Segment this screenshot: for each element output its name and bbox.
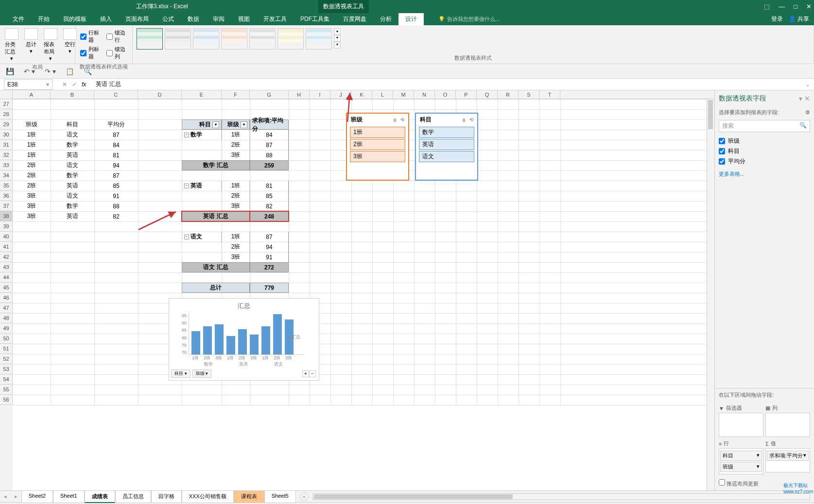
- pivot-chart[interactable]: 汇总 959085807570 ■ 汇总 1班2班3班1班2班3班1班2班3班 …: [169, 298, 319, 381]
- field-search-input[interactable]: 搜索 🔍: [719, 120, 810, 132]
- tab-analyze[interactable]: 分析: [373, 13, 398, 25]
- chart-filter-class[interactable]: 班级 ▾: [192, 370, 212, 378]
- column-header[interactable]: B: [51, 90, 94, 99]
- table-cell[interactable]: 英语: [51, 150, 94, 160]
- pivot-cell[interactable]: 1班: [222, 232, 250, 242]
- pivot-cell[interactable]: 82: [250, 201, 289, 211]
- values-area-item[interactable]: 求和项:平均分▾: [767, 451, 809, 461]
- column-header[interactable]: C: [94, 90, 138, 99]
- sheet-nav-next-icon[interactable]: ▸: [11, 493, 21, 500]
- table-header[interactable]: 平均分: [94, 119, 138, 130]
- sheet-nav-prev-icon[interactable]: ◂: [0, 493, 11, 500]
- row-header[interactable]: 31: [0, 140, 13, 150]
- pivot-subtotal-value[interactable]: 272: [250, 262, 289, 272]
- slicer-item[interactable]: 1班: [350, 127, 405, 138]
- table-cell[interactable]: 1班: [13, 140, 51, 150]
- row-header[interactable]: 44: [0, 272, 13, 283]
- slicer-multi-icon[interactable]: ⫼: [393, 117, 398, 122]
- select-all-corner[interactable]: [0, 90, 13, 99]
- table-cell[interactable]: 语文: [51, 191, 94, 201]
- tell-me-search[interactable]: 💡 告诉我您想要做什么...: [438, 16, 500, 23]
- style-thumb[interactable]: [306, 28, 332, 50]
- scrollbar-thumb[interactable]: [708, 100, 713, 129]
- undo-icon[interactable]: ↶ ▾: [24, 67, 35, 75]
- column-header[interactable]: O: [435, 90, 456, 99]
- table-cell[interactable]: 91: [94, 191, 138, 201]
- tab-page-layout[interactable]: 页面布局: [119, 13, 156, 25]
- pivot-cell[interactable]: 85: [250, 191, 289, 201]
- pivot-subject[interactable]: −语文: [182, 232, 222, 242]
- tab-insert[interactable]: 插入: [93, 13, 119, 25]
- sheet-tab[interactable]: 田字格: [151, 490, 182, 503]
- column-header[interactable]: T: [539, 90, 560, 99]
- pivot-cell[interactable]: 3班: [222, 150, 250, 160]
- column-header[interactable]: A: [13, 90, 51, 99]
- row-header[interactable]: 37: [0, 201, 13, 211]
- slicer-item[interactable]: 3班: [350, 151, 405, 162]
- defer-layout-checkbox[interactable]: 推迟布局更新: [719, 479, 759, 487]
- banded-cols-checkbox[interactable]: 镶边列: [106, 46, 128, 60]
- row-header[interactable]: 33: [0, 160, 13, 170]
- pivot-cell[interactable]: 2班: [222, 191, 250, 201]
- table-cell[interactable]: 85: [94, 181, 138, 191]
- tab-formulas[interactable]: 公式: [156, 13, 181, 25]
- ribbon-options-icon[interactable]: ⬚: [764, 3, 770, 10]
- tab-pdf-tools[interactable]: PDF工具集: [294, 13, 336, 25]
- sheet-tab[interactable]: Sheet2: [21, 490, 53, 503]
- tab-data[interactable]: 数据: [181, 13, 206, 25]
- row-header[interactable]: 49: [0, 323, 13, 334]
- row-header[interactable]: 48: [0, 313, 13, 323]
- row-header[interactable]: 46: [0, 293, 13, 303]
- row-header[interactable]: 55: [0, 385, 13, 395]
- pivot-cell[interactable]: 81: [250, 181, 289, 191]
- pivot-subtotal[interactable]: 语文 汇总: [182, 262, 250, 272]
- tab-templates[interactable]: 我的模板: [56, 13, 93, 25]
- table-cell[interactable]: 1班: [13, 130, 51, 140]
- pivot-subtotal[interactable]: 数学 汇总: [182, 160, 250, 170]
- table-cell[interactable]: 87: [94, 130, 138, 140]
- row-header[interactable]: 47: [0, 303, 13, 313]
- gallery-up-icon[interactable]: ▴: [334, 28, 341, 35]
- tab-file[interactable]: 文件: [6, 13, 31, 25]
- style-thumb[interactable]: [165, 28, 191, 50]
- formula-cancel-icon[interactable]: ✕: [62, 81, 67, 88]
- row-header[interactable]: 50: [0, 334, 13, 344]
- pivot-cell[interactable]: 3班: [222, 252, 250, 262]
- table-cell[interactable]: 88: [94, 201, 138, 211]
- column-header[interactable]: G: [250, 90, 289, 99]
- style-thumb[interactable]: [137, 28, 163, 50]
- column-header[interactable]: P: [456, 90, 477, 99]
- table-cell[interactable]: 82: [94, 211, 138, 221]
- column-header[interactable]: L: [372, 90, 393, 99]
- pivot-subject[interactable]: −英语: [182, 181, 222, 191]
- fx-icon[interactable]: fx: [82, 81, 86, 88]
- pivot-grand-total[interactable]: 总计: [182, 283, 250, 293]
- pivot-cell[interactable]: 91: [250, 252, 289, 262]
- pivot-cell[interactable]: 2班: [222, 140, 250, 150]
- formula-content[interactable]: 英语 汇总: [96, 80, 121, 88]
- pivot-subtotal[interactable]: 英语 汇总: [182, 211, 250, 221]
- table-cell[interactable]: 1班: [13, 150, 51, 160]
- row-headers-checkbox[interactable]: 行标题: [80, 29, 102, 44]
- row-header[interactable]: 35: [0, 181, 13, 191]
- tab-view[interactable]: 视图: [231, 13, 257, 25]
- tab-developer[interactable]: 开发工具: [257, 13, 294, 25]
- rows-area-item[interactable]: 科目▾: [720, 451, 762, 461]
- more-tables-link[interactable]: 更多表格...: [715, 168, 814, 180]
- row-header[interactable]: 56: [0, 395, 13, 405]
- column-header[interactable]: F: [222, 90, 250, 99]
- name-box[interactable]: E38▾: [4, 79, 52, 90]
- row-header[interactable]: 41: [0, 242, 13, 252]
- table-cell[interactable]: 2班: [13, 170, 51, 181]
- table-cell[interactable]: 3班: [13, 211, 51, 221]
- table-cell[interactable]: 语文: [51, 160, 94, 170]
- table-cell[interactable]: 3班: [13, 201, 51, 211]
- table-cell[interactable]: 3班: [13, 191, 51, 201]
- pivot-cell[interactable]: 1班: [222, 181, 250, 191]
- collapse-icon[interactable]: −: [184, 184, 189, 188]
- table-cell[interactable]: 94: [94, 160, 138, 170]
- vertical-scrollbar[interactable]: [707, 99, 714, 490]
- sheet-tab[interactable]: XXX公司销售额: [182, 490, 234, 503]
- column-header[interactable]: N: [414, 90, 435, 99]
- field-pane-close-icon[interactable]: ▾ ✕: [799, 95, 810, 102]
